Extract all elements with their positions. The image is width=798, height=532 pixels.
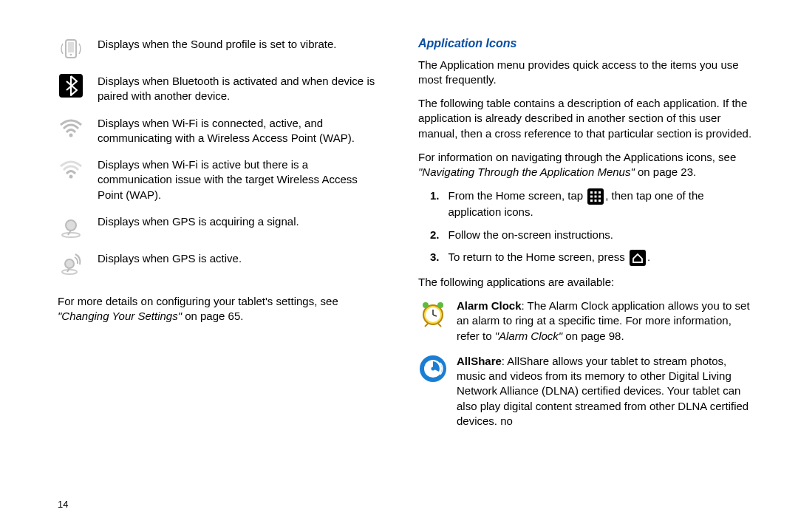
wifi-issue-icon (58, 156, 84, 183)
svg-rect-16 (590, 196, 593, 198)
app-link: "Alarm Clock" (495, 330, 563, 342)
svg-point-27 (423, 302, 429, 308)
svg-point-10 (65, 259, 74, 268)
app-label: Alarm Clock (457, 299, 522, 312)
bluetooth-icon (58, 72, 84, 99)
step-body: Follow the on-screen instructions. (449, 228, 754, 242)
app-body: Alarm Clock: The Alarm Clock application… (457, 299, 754, 344)
app-label: AllShare (457, 355, 502, 367)
icon-row-vibrate: Displays when the Sound profile is set t… (58, 35, 383, 62)
step-3: 3. To return to the Home screen, press . (418, 250, 754, 266)
svg-point-9 (62, 270, 77, 274)
home-icon (630, 250, 646, 266)
step-body: From the Home screen, tap , then tap one… (449, 188, 754, 219)
footer-post: on page 65. (182, 310, 243, 322)
svg-rect-20 (595, 200, 597, 202)
app-body: AllShare: AllShare allows your tablet to… (457, 354, 754, 429)
icon-text: Displays when the Sound profile is set t… (98, 35, 383, 52)
step-2: 2. Follow the on-screen instructions. (418, 228, 754, 242)
svg-rect-19 (590, 200, 593, 202)
icon-text: Displays when GPS is acquiring a signal. (98, 213, 383, 229)
svg-rect-17 (595, 196, 597, 198)
allshare-icon (418, 354, 448, 383)
icon-text: Displays when Wi-Fi is connected, active… (98, 115, 383, 146)
step-num: 2. (418, 228, 440, 242)
section-title: Application Icons (418, 35, 754, 52)
svg-point-28 (437, 302, 443, 308)
icon-row-wifi-issue: Displays when Wi-Fi is active but there … (58, 156, 383, 202)
alarm-clock-icon (418, 299, 448, 328)
svg-rect-14 (595, 191, 597, 194)
svg-rect-1 (68, 42, 74, 52)
step-body: To return to the Home screen, press . (449, 250, 754, 266)
wifi-icon (58, 115, 84, 141)
svg-line-11 (67, 268, 69, 272)
para-1: The Application menu provides quick acce… (418, 58, 754, 88)
svg-rect-13 (590, 191, 593, 194)
step-1: 1. From the Home screen, tap , then tap … (418, 188, 754, 219)
svg-rect-18 (598, 196, 601, 198)
icon-text: Displays when Wi-Fi is active but there … (98, 156, 383, 202)
svg-rect-21 (598, 200, 601, 202)
icon-row-gps-acquiring: Displays when GPS is acquiring a signal. (58, 213, 383, 239)
app-post: on page 98. (562, 330, 624, 342)
svg-line-30 (438, 324, 441, 327)
step-num: 3. (418, 250, 440, 265)
s3a: To return to the Home screen, press (449, 250, 628, 263)
svg-line-29 (425, 324, 428, 327)
apps-grid-icon (587, 188, 604, 205)
icon-row-bluetooth: Displays when Bluetooth is activated and… (58, 72, 383, 104)
icon-text: Displays when GPS is active. (98, 250, 383, 266)
vibrate-icon (58, 35, 84, 62)
p3-post: on page 23. (635, 166, 696, 178)
para-2: The following table contains a descripti… (418, 96, 754, 141)
svg-rect-15 (598, 191, 601, 194)
p3-link: "Navigating Through the Application Menu… (418, 166, 635, 178)
right-column: Application Icons The Application menu p… (418, 35, 754, 517)
p3-pre: For information on navigating through th… (418, 151, 736, 163)
svg-point-7 (66, 220, 76, 231)
left-column: Displays when the Sound profile is set t… (58, 35, 383, 517)
gps-active-icon (58, 250, 84, 276)
para-3: For information on navigating through th… (418, 150, 754, 180)
s3b: . (647, 250, 650, 263)
svg-point-6 (62, 233, 80, 237)
steps: 1. From the Home screen, tap , then tap … (418, 188, 754, 266)
gps-acquiring-icon (58, 213, 84, 239)
svg-point-33 (432, 366, 435, 370)
footer-link: "Changing Your Settings" (58, 310, 182, 322)
app-alarm-clock: Alarm Clock: The Alarm Clock application… (418, 299, 754, 344)
page-number: 14 (58, 498, 68, 511)
svg-rect-22 (630, 250, 646, 266)
s1a: From the Home screen, tap (449, 189, 587, 202)
step-num: 1. (418, 188, 440, 203)
footer-pre: For more details on configuring your tab… (58, 295, 338, 307)
icon-text: Displays when Bluetooth is activated and… (98, 72, 383, 104)
svg-point-4 (69, 133, 73, 137)
left-footer: For more details on configuring your tab… (58, 294, 383, 324)
svg-point-5 (69, 175, 73, 179)
icon-row-gps-active: Displays when GPS is active. (58, 250, 383, 276)
svg-point-2 (70, 54, 72, 56)
icon-row-wifi-active: Displays when Wi-Fi is connected, active… (58, 115, 383, 146)
app-allshare: AllShare: AllShare allows your tablet to… (418, 354, 754, 429)
para-4: The following applications are available… (418, 275, 754, 290)
